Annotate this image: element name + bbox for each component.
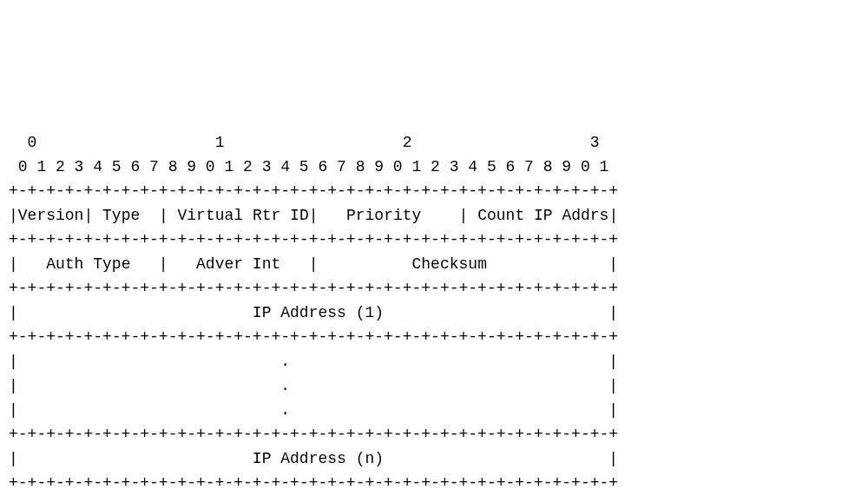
field-virtual-rtr-id: Virtual Rtr ID xyxy=(168,207,309,224)
ellipsis-row: . xyxy=(18,401,609,419)
field-priority: Priority xyxy=(319,207,459,224)
separator: +-+-+-+-+-+-+-+-+-+-+-+-+-+-+-+-+-+-+-+-… xyxy=(9,182,618,200)
separator: +-+-+-+-+-+-+-+-+-+-+-+-+-+-+-+-+-+-+-+-… xyxy=(9,328,618,346)
field-checksum: Checksum xyxy=(319,255,609,273)
packet-format-diagram: 0 1 2 3 0 1 2 3 4 5 6 7 8 9 0 1 2 3 4 5 … xyxy=(9,106,859,496)
field-adver-int: Adver Int xyxy=(168,255,309,273)
field-count-ip-addrs: Count IP Addrs xyxy=(468,207,608,224)
ruler-tens: 0 1 2 3 xyxy=(9,134,600,151)
separator: +-+-+-+-+-+-+-+-+-+-+-+-+-+-+-+-+-+-+-+-… xyxy=(9,426,618,443)
field-version: Version xyxy=(18,207,84,224)
field-ip-address-n: IP Address (n) xyxy=(18,450,609,467)
field-auth-type: Auth Type xyxy=(18,255,159,273)
field-type: Type xyxy=(93,207,159,224)
ellipsis-row: . xyxy=(18,377,609,394)
field-ip-address-1: IP Address (1) xyxy=(18,304,609,321)
separator: +-+-+-+-+-+-+-+-+-+-+-+-+-+-+-+-+-+-+-+-… xyxy=(9,231,618,248)
ruler-units: 0 1 2 3 4 5 6 7 8 9 0 1 2 3 4 5 6 7 8 9 … xyxy=(9,158,608,175)
ellipsis-row: . xyxy=(18,353,609,370)
separator: +-+-+-+-+-+-+-+-+-+-+-+-+-+-+-+-+-+-+-+-… xyxy=(9,280,618,297)
separator: +-+-+-+-+-+-+-+-+-+-+-+-+-+-+-+-+-+-+-+-… xyxy=(9,474,618,492)
